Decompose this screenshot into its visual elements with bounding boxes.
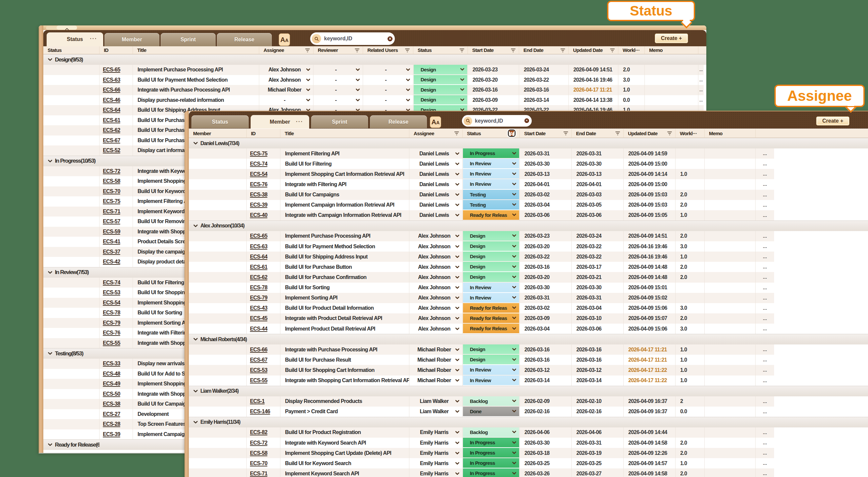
svg-text:1: 1 [510, 131, 513, 136]
